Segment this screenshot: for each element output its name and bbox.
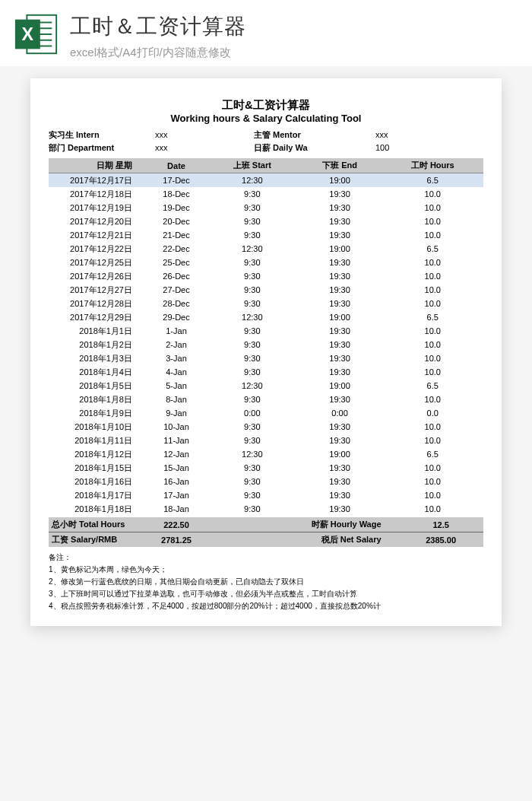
table-row: 2018年1月4日4-Jan9:3019:3010.0	[49, 365, 483, 379]
table-header-row: 日期 星期 Date 上班 Start 下班 End 工时 Hours	[49, 158, 483, 173]
cell-end: 19:30	[298, 365, 382, 379]
hours-table: 日期 星期 Date 上班 Start 下班 End 工时 Hours 2017…	[49, 158, 483, 516]
intern-label: 实习生 Intern	[49, 129, 155, 141]
cell-start: 9:30	[207, 324, 298, 338]
cell-hours: 10.0	[382, 475, 484, 488]
cell-end: 19:30	[298, 420, 382, 434]
cell-start: 9:30	[207, 475, 298, 488]
app-header: X 工时＆工资计算器 excel格式/A4打印/内容随意修改	[0, 0, 532, 66]
cell-en: 27-Dec	[146, 283, 207, 297]
daily-value: 100	[375, 141, 389, 154]
cell-end: 19:30	[298, 201, 382, 215]
cell-hours: 10.0	[382, 434, 484, 447]
document-page: 工时&工资计算器 Working hours & Salary Calculat…	[30, 78, 502, 626]
cell-end: 19:30	[298, 393, 382, 406]
cell-start: 9:30	[207, 283, 298, 297]
cell-en: 26-Dec	[146, 269, 207, 283]
cell-hours: 10.0	[382, 502, 484, 516]
cell-hours: 10.0	[382, 351, 484, 365]
cell-start: 9:30	[207, 502, 298, 516]
page-subtitle: excel格式/A4打印/内容随意修改	[70, 46, 520, 60]
cell-end: 19:30	[298, 502, 382, 516]
cell-en: 17-Dec	[146, 173, 207, 188]
doc-title-cn: 工时&工资计算器	[49, 98, 483, 113]
cell-cn: 2018年1月10日	[49, 420, 146, 434]
cell-end: 19:30	[298, 187, 382, 201]
cell-en: 11-Jan	[146, 434, 207, 447]
cell-end: 19:00	[298, 242, 382, 256]
cell-cn: 2018年1月2日	[49, 338, 146, 351]
cell-hours: 6.5	[382, 242, 484, 256]
total-hours-value: 222.50	[146, 517, 207, 532]
cell-cn: 2018年1月11日	[49, 434, 146, 447]
table-row: 2017年12月21日21-Dec9:3019:3010.0	[49, 228, 483, 242]
cell-start: 9:30	[207, 297, 298, 310]
table-row: 2018年1月2日2-Jan9:3019:3010.0	[49, 338, 483, 351]
cell-hours: 10.0	[382, 283, 484, 297]
info-row: 部门 Department xxx 日薪 Daily Wa 100	[49, 141, 483, 154]
net-value: 2385.00	[398, 532, 483, 548]
table-row: 2018年1月3日3-Jan9:3019:3010.0	[49, 351, 483, 365]
page-title: 工时＆工资计算器	[70, 12, 520, 41]
cell-end: 19:00	[298, 379, 382, 393]
notes-section: 备注： 1、黄色标记为本周，绿色为今天； 2、修改第一行蓝色底纹的日期，其他日期…	[49, 551, 483, 612]
cell-en: 10-Jan	[146, 420, 207, 434]
cell-hours: 10.0	[382, 461, 484, 475]
cell-en: 29-Dec	[146, 310, 207, 324]
note-line: 3、上下班时间可以通过下拉菜单选取，也可手动修改，但必须为半点或整点，工时自动计…	[49, 588, 483, 600]
total-hours-label: 总小时 Total Hours	[49, 517, 146, 532]
daily-label: 日薪 Daily Wa	[254, 141, 375, 154]
cell-hours: 6.5	[382, 173, 484, 188]
cell-en: 2-Jan	[146, 338, 207, 351]
totals-row: 工资 Salary/RMB 2781.25 税后 Net Salary 2385…	[49, 532, 483, 548]
cell-en: 16-Jan	[146, 475, 207, 488]
cell-start: 9:30	[207, 351, 298, 365]
cell-cn: 2018年1月12日	[49, 447, 146, 461]
cell-start: 9:30	[207, 434, 298, 447]
cell-hours: 10.0	[382, 187, 484, 201]
cell-cn: 2018年1月8日	[49, 393, 146, 406]
cell-cn: 2018年1月3日	[49, 351, 146, 365]
cell-hours: 10.0	[382, 269, 484, 283]
mentor-value: xxx	[375, 129, 388, 141]
cell-en: 15-Jan	[146, 461, 207, 475]
cell-start: 9:30	[207, 393, 298, 406]
cell-cn: 2018年1月18日	[49, 502, 146, 516]
cell-hours: 10.0	[382, 365, 484, 379]
cell-en: 21-Dec	[146, 228, 207, 242]
cell-end: 19:30	[298, 461, 382, 475]
cell-cn: 2018年1月17日	[49, 488, 146, 502]
cell-end: 19:30	[298, 324, 382, 338]
table-row: 2018年1月5日5-Jan12:3019:006.5	[49, 379, 483, 393]
cell-cn: 2018年1月1日	[49, 324, 146, 338]
cell-start: 12:30	[207, 310, 298, 324]
cell-cn: 2018年1月15日	[49, 461, 146, 475]
cell-end: 19:30	[298, 434, 382, 447]
cell-cn: 2017年12月29日	[49, 310, 146, 324]
excel-icon: X	[12, 11, 59, 58]
cell-cn: 2017年12月26日	[49, 269, 146, 283]
cell-end: 19:00	[298, 310, 382, 324]
cell-hours: 10.0	[382, 338, 484, 351]
cell-hours: 10.0	[382, 324, 484, 338]
cell-hours: 6.5	[382, 447, 484, 461]
cell-en: 17-Jan	[146, 488, 207, 502]
cell-en: 22-Dec	[146, 242, 207, 256]
dept-value: xxx	[155, 141, 254, 154]
cell-end: 19:30	[298, 351, 382, 365]
cell-start: 9:30	[207, 338, 298, 351]
cell-start: 0:00	[207, 406, 298, 420]
cell-en: 25-Dec	[146, 256, 207, 269]
cell-cn: 2017年12月20日	[49, 215, 146, 228]
hourly-label: 时薪 Hourly Wage	[207, 517, 385, 532]
cell-start: 9:30	[207, 365, 298, 379]
note-line: 1、黄色标记为本周，绿色为今天；	[49, 564, 483, 576]
cell-cn: 2018年1月5日	[49, 379, 146, 393]
cell-cn: 2018年1月4日	[49, 365, 146, 379]
col-hours: 工时 Hours	[382, 158, 484, 173]
table-row: 2017年12月22日22-Dec12:3019:006.5	[49, 242, 483, 256]
doc-title-en: Working hours & Salary Calculating Tool	[49, 113, 483, 124]
cell-start: 9:30	[207, 228, 298, 242]
cell-hours: 10.0	[382, 215, 484, 228]
cell-start: 9:30	[207, 488, 298, 502]
